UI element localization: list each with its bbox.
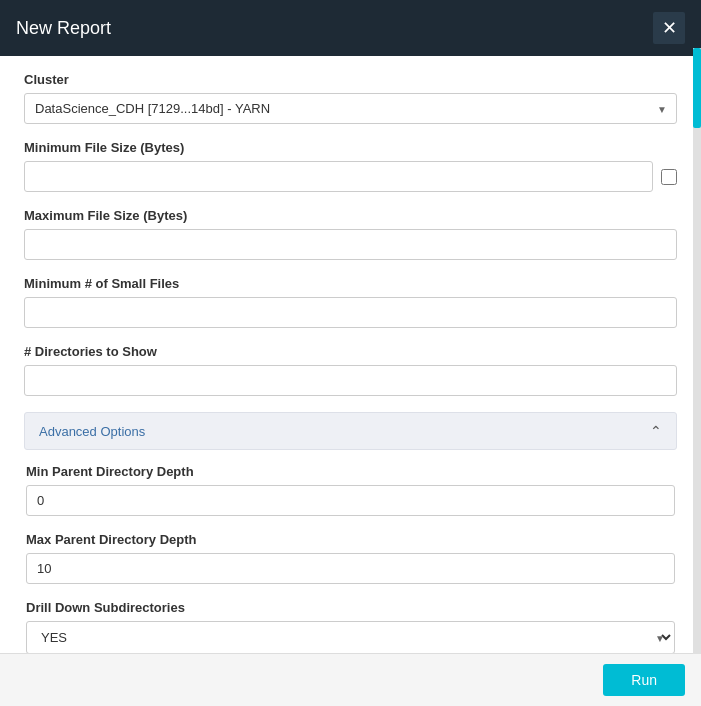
scrollbar-thumb[interactable]	[693, 48, 701, 128]
run-button[interactable]: Run	[603, 664, 685, 696]
modal-body: Cluster DataScience_CDH [7129...14bd] - …	[0, 56, 701, 653]
min-depth-input[interactable]	[26, 485, 675, 516]
advanced-options-label: Advanced Options	[39, 424, 145, 439]
max-file-size-group: Maximum File Size (Bytes)	[24, 208, 677, 260]
cluster-label: Cluster	[24, 72, 677, 87]
drill-down-select[interactable]: YES NO	[26, 621, 675, 653]
min-file-size-group: Minimum File Size (Bytes)	[24, 140, 677, 192]
drill-down-group: Drill Down Subdirectories YES NO	[26, 600, 675, 653]
scrollbar-track[interactable]	[693, 48, 701, 654]
advanced-options-body: Min Parent Directory Depth Max Parent Di…	[24, 464, 677, 653]
min-file-size-input[interactable]	[24, 161, 653, 192]
cluster-select[interactable]: DataScience_CDH [7129...14bd] - YARN	[24, 93, 677, 124]
directories-group: # Directories to Show	[24, 344, 677, 396]
advanced-options-header[interactable]: Advanced Options ⌃	[24, 412, 677, 450]
min-depth-group: Min Parent Directory Depth	[26, 464, 675, 516]
drill-down-label: Drill Down Subdirectories	[26, 600, 675, 615]
min-small-files-label: Minimum # of Small Files	[24, 276, 677, 291]
min-small-files-input[interactable]	[24, 297, 677, 328]
max-depth-label: Max Parent Directory Depth	[26, 532, 675, 547]
max-file-size-input[interactable]	[24, 229, 677, 260]
modal-footer: Run	[0, 653, 701, 706]
modal-title: New Report	[16, 18, 111, 39]
min-file-size-label: Minimum File Size (Bytes)	[24, 140, 677, 155]
min-file-size-row	[24, 161, 677, 192]
directories-input[interactable]	[24, 365, 677, 396]
new-report-modal: New Report ✕ Cluster DataScience_CDH [71…	[0, 0, 701, 706]
cluster-group: Cluster DataScience_CDH [7129...14bd] - …	[24, 72, 677, 124]
min-depth-label: Min Parent Directory Depth	[26, 464, 675, 479]
modal-header: New Report ✕	[0, 0, 701, 56]
directories-label: # Directories to Show	[24, 344, 677, 359]
min-small-files-group: Minimum # of Small Files	[24, 276, 677, 328]
chevron-up-icon: ⌃	[650, 423, 662, 439]
max-file-size-label: Maximum File Size (Bytes)	[24, 208, 677, 223]
max-depth-input[interactable]	[26, 553, 675, 584]
max-depth-group: Max Parent Directory Depth	[26, 532, 675, 584]
cluster-select-wrapper[interactable]: DataScience_CDH [7129...14bd] - YARN	[24, 93, 677, 124]
min-file-size-checkbox[interactable]	[661, 169, 677, 185]
drill-down-select-wrapper[interactable]: YES NO	[26, 621, 675, 653]
close-button[interactable]: ✕	[653, 12, 685, 44]
